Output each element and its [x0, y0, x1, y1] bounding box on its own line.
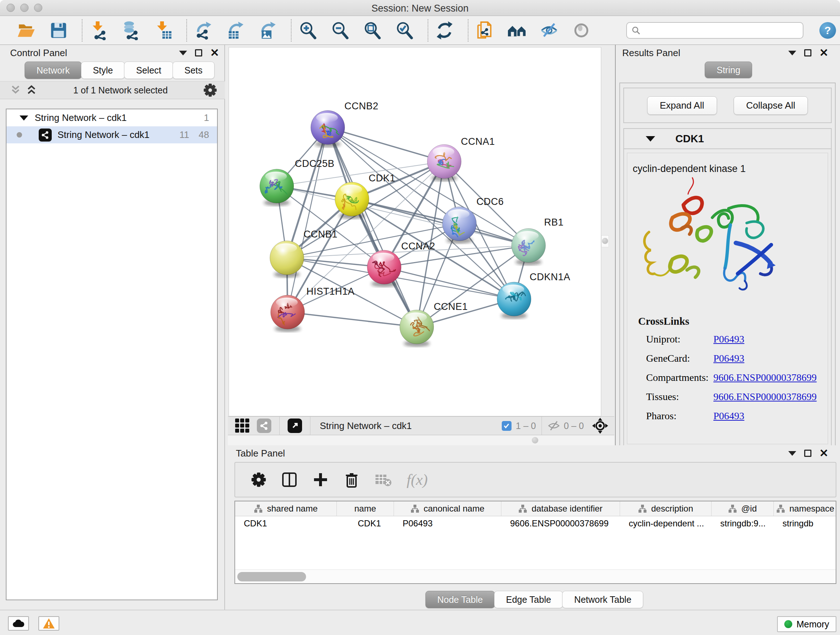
- edge-HIST1H1A-CCNE1[interactable]: [287, 312, 417, 327]
- panel-menu-icon[interactable]: [788, 51, 796, 55]
- zoom-fit-icon[interactable]: [363, 21, 382, 40]
- zoom-out-icon[interactable]: [330, 21, 350, 40]
- search-icon: [631, 26, 641, 35]
- tab-select[interactable]: Select: [124, 62, 173, 79]
- table-cell[interactable]: 9606.ENSP00000378699: [501, 516, 620, 531]
- network-row[interactable]: String Network – cdk1 11 48: [6, 126, 217, 143]
- protein-section-header[interactable]: CDK1: [624, 129, 831, 149]
- open-file-icon[interactable]: [17, 21, 36, 40]
- panel-menu-icon[interactable]: [788, 451, 796, 456]
- gear-icon[interactable]: [203, 83, 217, 97]
- import-table-icon[interactable]: [153, 21, 173, 40]
- node-CDC25B[interactable]: CDC25B: [260, 158, 335, 206]
- edge-CCNB2-CCNE1[interactable]: [328, 127, 417, 327]
- cloud-button[interactable]: [8, 616, 29, 631]
- warning-button[interactable]: [38, 616, 59, 631]
- zoom-selected-icon[interactable]: [395, 21, 414, 40]
- show-all-eye-icon[interactable]: [572, 21, 591, 40]
- hide-selected-eye-icon[interactable]: [539, 21, 559, 40]
- tab-network-table[interactable]: Network Table: [562, 591, 643, 608]
- memory-button[interactable]: Memory: [777, 616, 836, 632]
- table-cell[interactable]: P06493: [394, 516, 501, 531]
- panel-menu-icon[interactable]: [179, 51, 187, 55]
- table-tabs: Node TableEdge TableNetwork Table: [229, 591, 840, 608]
- node-CCNA1[interactable]: CCNA1: [427, 136, 495, 181]
- collapse-icon[interactable]: [646, 136, 655, 141]
- network-collection-row[interactable]: String Network – cdk1 1: [6, 109, 217, 126]
- tab-style[interactable]: Style: [81, 62, 125, 79]
- help-button[interactable]: ?: [819, 22, 836, 39]
- node-label-CDK1: CDK1: [369, 173, 395, 184]
- tab-string[interactable]: String: [705, 62, 752, 78]
- column-header-name[interactable]: name: [337, 501, 394, 516]
- refresh-icon[interactable]: [435, 21, 454, 40]
- horizontal-splitter-handle[interactable]: [532, 437, 538, 443]
- import-database-icon[interactable]: [121, 21, 141, 40]
- crosslink-link[interactable]: P06493: [714, 333, 745, 345]
- crosslink-link[interactable]: P06493: [714, 353, 745, 364]
- import-network-icon[interactable]: [89, 21, 109, 40]
- column-header-@id[interactable]: @id: [712, 501, 774, 516]
- function-builder-icon[interactable]: f(x): [407, 471, 428, 488]
- grid-view-icon[interactable]: [234, 418, 250, 434]
- crosslink-link[interactable]: 9606.ENSP00000378699: [714, 391, 816, 402]
- export-image-icon[interactable]: [258, 21, 278, 40]
- column-header-description[interactable]: description: [620, 501, 712, 516]
- panel-close-icon[interactable]: ✕: [210, 49, 219, 57]
- node-CCNB1[interactable]: CCNB1: [270, 229, 338, 278]
- add-column-icon[interactable]: [313, 472, 328, 488]
- tree-expand-icon[interactable]: [19, 116, 28, 120]
- scrollbar-thumb[interactable]: [237, 572, 306, 581]
- search-input[interactable]: [626, 22, 804, 39]
- node-HIST1H1A[interactable]: HIST1H1A: [271, 286, 355, 332]
- expand-all-button[interactable]: Expand All: [647, 96, 717, 115]
- expand-all-chevron-icon[interactable]: [25, 85, 38, 96]
- table-cell[interactable]: stringdb: [774, 516, 836, 531]
- table-gear-icon[interactable]: [251, 472, 266, 487]
- network-canvas[interactable]: CCNB2CCNA1CDC25BCDK1CDC6RB1CCNB1CCNA2CDK…: [229, 47, 601, 416]
- table-cell[interactable]: CDK1: [235, 516, 337, 531]
- string-document-icon[interactable]: [475, 21, 494, 40]
- show-columns-icon[interactable]: [281, 472, 297, 488]
- column-header-shared-name[interactable]: shared name: [235, 501, 337, 516]
- panel-close-icon[interactable]: ✕: [819, 49, 829, 57]
- network-view-icon[interactable]: [257, 418, 271, 433]
- table-cell[interactable]: cyclin-dependent ...: [620, 516, 712, 531]
- crosslink-link[interactable]: 9606.ENSP00000378699: [714, 372, 816, 383]
- node-table[interactable]: shared namenamecanonical namedatabase id…: [234, 501, 836, 584]
- export-table-icon[interactable]: [226, 21, 245, 40]
- column-header-namespace[interactable]: namespace: [774, 501, 836, 516]
- column-header-database-identifier[interactable]: database identifier: [501, 501, 620, 516]
- table-hscrollbar[interactable]: [235, 570, 836, 583]
- panel-float-icon[interactable]: [804, 450, 812, 457]
- tab-network[interactable]: Network: [25, 62, 82, 79]
- crosslink-link[interactable]: P06493: [714, 410, 745, 422]
- node-CDKN1A[interactable]: CDKN1A: [497, 272, 570, 319]
- panel-float-icon[interactable]: [804, 49, 812, 57]
- table-cell[interactable]: CDK1: [337, 516, 394, 531]
- table-cell[interactable]: stringdb:9...: [712, 516, 774, 531]
- collapse-all-chevron-icon[interactable]: [9, 85, 22, 96]
- node-CCNE1[interactable]: CCNE1: [400, 301, 468, 347]
- zoom-in-icon[interactable]: [298, 21, 317, 40]
- splitter-handle[interactable]: [601, 235, 609, 247]
- nodes-selected-checkbox[interactable]: [502, 421, 512, 431]
- save-session-icon[interactable]: [49, 21, 68, 40]
- fit-content-icon[interactable]: [592, 417, 608, 434]
- delete-column-icon[interactable]: [344, 472, 360, 488]
- panel-close-icon[interactable]: ✕: [819, 450, 829, 457]
- export-network-icon[interactable]: [194, 21, 213, 40]
- tab-node-table[interactable]: Node Table: [425, 591, 495, 608]
- horizontal-splitter[interactable]: [228, 435, 614, 445]
- birdseye-view-icon[interactable]: [287, 418, 302, 433]
- panel-float-icon[interactable]: [195, 49, 202, 57]
- delete-table-icon[interactable]: [375, 472, 392, 487]
- home-icon[interactable]: [507, 21, 527, 40]
- collapse-all-button[interactable]: Collapse All: [734, 96, 808, 115]
- column-header-canonical-name[interactable]: canonical name: [394, 501, 501, 516]
- table-row[interactable]: CDK1CDK1P064939606.ENSP00000378699cyclin…: [235, 516, 836, 531]
- node-RB1[interactable]: RB1: [512, 217, 564, 265]
- edge-CCNB2-CCNA1[interactable]: [328, 127, 444, 162]
- tab-sets[interactable]: Sets: [172, 62, 215, 79]
- tab-edge-table[interactable]: Edge Table: [494, 591, 563, 608]
